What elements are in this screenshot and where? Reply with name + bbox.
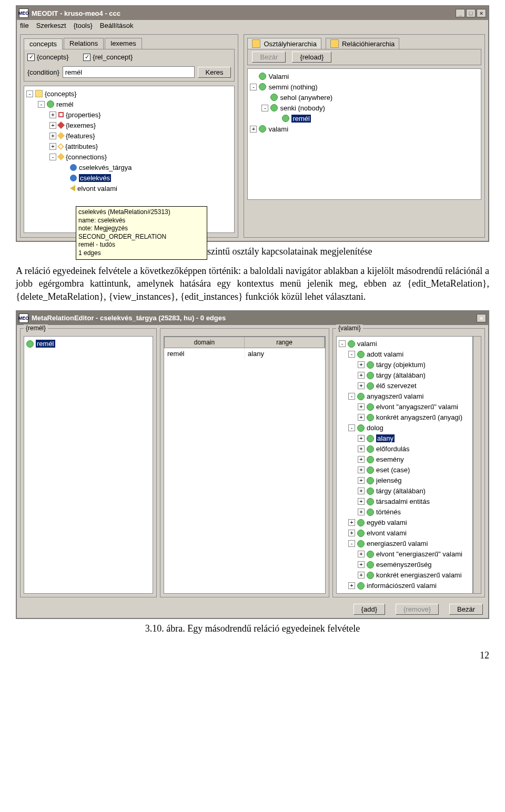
left-pane: concepts Relations lexemes ✓{concepts} ✓…: [20, 34, 238, 238]
tree-node[interactable]: -semmi (nothing): [250, 82, 479, 92]
tree-node[interactable]: sehol (anywhere): [261, 92, 479, 103]
mapping-row[interactable]: remél alany: [164, 348, 325, 359]
mapping-header: domain range: [164, 337, 325, 348]
metarelation-editor-window: MEO MetaRelationEditor - cselekvés_tárgy…: [16, 310, 489, 619]
meodit-window: MEO MEODIT - kruso-meo4 - ccc _ □ × file…: [16, 5, 489, 242]
tree-node[interactable]: +eseményszerűség: [358, 560, 470, 570]
tree-node[interactable]: +társadalmi entitás: [358, 496, 470, 507]
tree-node[interactable]: +eset (case): [358, 465, 470, 475]
window-title: MEODIT - kruso-meo4 - ccc: [32, 9, 120, 17]
minimize-button[interactable]: _: [456, 9, 465, 17]
tab-lexemes[interactable]: lexemes: [105, 38, 142, 49]
domain-list[interactable]: remél: [24, 336, 153, 594]
tree-node[interactable]: -energiaszerű valami: [348, 539, 470, 549]
tab-class-hierarchy[interactable]: Osztályhierarchia: [247, 38, 321, 49]
condition-label: {condition}: [27, 68, 59, 76]
tree-node[interactable]: -valami: [339, 339, 470, 349]
remove-button[interactable]: {remove}: [396, 604, 439, 615]
close-button-2[interactable]: ×: [477, 314, 486, 322]
tree-node[interactable]: Valami: [250, 71, 479, 82]
menu-bar: file Szerkeszt {tools} Beállítások: [17, 20, 488, 31]
tree-node[interactable]: +információszerű valami: [348, 581, 470, 591]
tree-node[interactable]: +történés: [358, 507, 470, 517]
domain-item[interactable]: remél: [36, 340, 55, 348]
tree-node[interactable]: cselekvés_tárgya: [61, 162, 232, 172]
tab-relation-hierarchy[interactable]: Relációhierarchia: [326, 38, 399, 49]
range-tree[interactable]: -valami-adott valami+tárgy (objektum)+tá…: [336, 336, 473, 594]
tree-node[interactable]: +tárgy (általában): [358, 486, 470, 496]
body-paragraph: A reláció egyedeinek felvétele a követke…: [16, 265, 489, 303]
figure-caption-2: 3.10. ábra. Egy másodrendű reláció egyed…: [16, 623, 489, 634]
menu-settings[interactable]: Beállítások: [100, 22, 134, 29]
tree-node[interactable]: +{attributes}: [49, 141, 232, 151]
tree-node[interactable]: +konkrét energiaszerű valami: [358, 570, 470, 581]
page-number: 12: [16, 650, 489, 661]
col-domain: domain: [165, 337, 245, 348]
range-panel: {valami} -valami-adott valami+tárgy (obj…: [332, 328, 485, 597]
close-panel-button[interactable]: Bezár: [252, 52, 286, 63]
app-icon-2: MEO: [19, 313, 28, 323]
tree-node[interactable]: +konkrét anyagszerű (anyagi): [358, 412, 470, 423]
node-icon: [26, 340, 34, 348]
menu-file[interactable]: file: [20, 22, 29, 29]
app-icon: MEO: [19, 8, 28, 18]
window-title-2: MetaRelationEditor - cselekvés_tárgya (2…: [32, 314, 226, 322]
tree-node[interactable]: -anyagszerű valami: [348, 391, 470, 402]
right-pane: Osztályhierarchia Relációhierarchia Bezá…: [244, 34, 485, 238]
tooltip: cselekvés (MetaRelation#25313)name: csel…: [76, 206, 207, 260]
menu-edit[interactable]: Szerkeszt: [36, 22, 66, 29]
tree-node[interactable]: elvont valami: [61, 183, 232, 194]
add-button[interactable]: {add}: [354, 604, 385, 615]
tree-node[interactable]: +tárgy (általában): [358, 370, 470, 381]
titlebar: MEO MEODIT - kruso-meo4 - ccc _ □ ×: [17, 6, 488, 20]
tree-node[interactable]: +élő szervezet: [358, 381, 470, 391]
titlebar-2: MEO MetaRelationEditor - cselekvés_tárgy…: [17, 311, 488, 325]
maximize-button[interactable]: □: [466, 9, 476, 17]
domain-legend: {remél}: [24, 324, 48, 332]
condition-input[interactable]: [63, 66, 195, 78]
search-button[interactable]: Keres: [198, 67, 231, 78]
hierarchy-icon: [330, 39, 339, 48]
tree-node[interactable]: -{connections}: [49, 151, 232, 162]
tree-node[interactable]: remél: [273, 113, 479, 124]
class-hierarchy-tree[interactable]: Valami-semmi (nothing)sehol (anywhere)-s…: [247, 68, 481, 200]
range-legend: {valami}: [336, 324, 363, 332]
tree-node[interactable]: +előfordulás: [358, 444, 470, 454]
tree-node[interactable]: +elvont valami: [348, 528, 470, 539]
domain-panel: {remél} remél: [20, 328, 157, 597]
tree-node[interactable]: +egyéb valami: [348, 517, 470, 528]
tree-node[interactable]: -{concepts}: [26, 88, 232, 99]
tree-node[interactable]: +valami: [250, 124, 479, 134]
tree-node[interactable]: +{lexemes}: [49, 120, 232, 130]
hierarchy-icon: [252, 39, 260, 48]
tree-node[interactable]: +{properties}: [49, 109, 232, 120]
chk-concepts[interactable]: ✓{concepts}: [27, 53, 69, 61]
tree-node[interactable]: -dolog: [348, 423, 470, 433]
tree-node[interactable]: -adott valami: [348, 349, 470, 360]
mapping-panel: . domain range remél alany: [160, 328, 329, 597]
close-editor-button[interactable]: Bezár: [449, 604, 483, 615]
col-range: range: [245, 337, 325, 348]
concept-tree[interactable]: -{concepts}-remél+{properties}+{lexemes}…: [24, 86, 235, 233]
tab-concepts[interactable]: concepts: [24, 38, 63, 49]
reload-button[interactable]: {reload}: [292, 52, 331, 63]
tab-relations[interactable]: Relations: [64, 38, 104, 49]
tree-node[interactable]: +elvont "energiaszerű" valami: [358, 549, 470, 560]
scrollbar[interactable]: [473, 336, 481, 594]
tree-node[interactable]: +jelenség: [358, 475, 470, 486]
tree-node[interactable]: -remél: [38, 99, 232, 109]
tree-node[interactable]: +elvont "anyagszerű" valami: [358, 402, 470, 412]
menu-tools[interactable]: {tools}: [74, 22, 93, 29]
tree-node[interactable]: +tárgy (objektum): [358, 360, 470, 370]
tree-node[interactable]: +alany: [358, 433, 470, 444]
tree-node[interactable]: +esemény: [358, 454, 470, 465]
tree-node[interactable]: -senki (nobody): [261, 103, 479, 113]
chk-rel-concept[interactable]: ✓{rel_concept}: [83, 53, 133, 61]
tree-node[interactable]: cselekvés: [61, 172, 232, 183]
close-button[interactable]: ×: [477, 9, 486, 17]
tree-node[interactable]: +{features}: [49, 130, 232, 141]
